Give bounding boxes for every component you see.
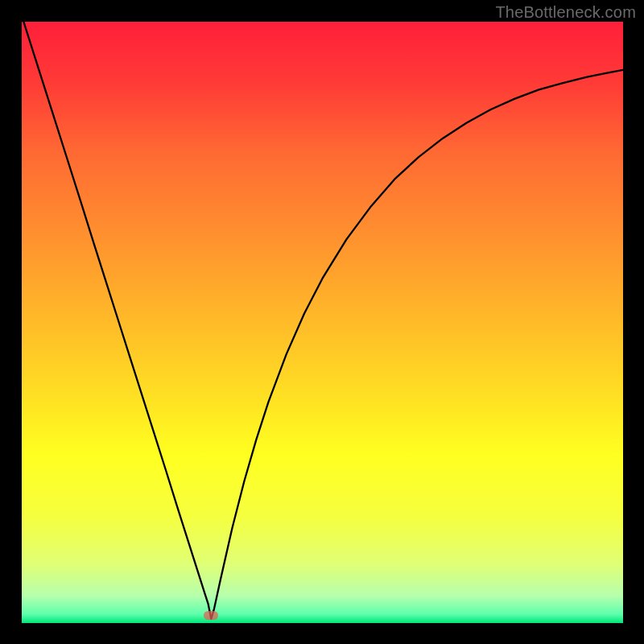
chart-frame: TheBottleneck.com	[0, 0, 644, 644]
bottleneck-curve	[22, 22, 623, 623]
watermark-text: TheBottleneck.com	[495, 3, 636, 22]
minimum-marker	[204, 611, 218, 620]
plot-area	[22, 22, 623, 623]
